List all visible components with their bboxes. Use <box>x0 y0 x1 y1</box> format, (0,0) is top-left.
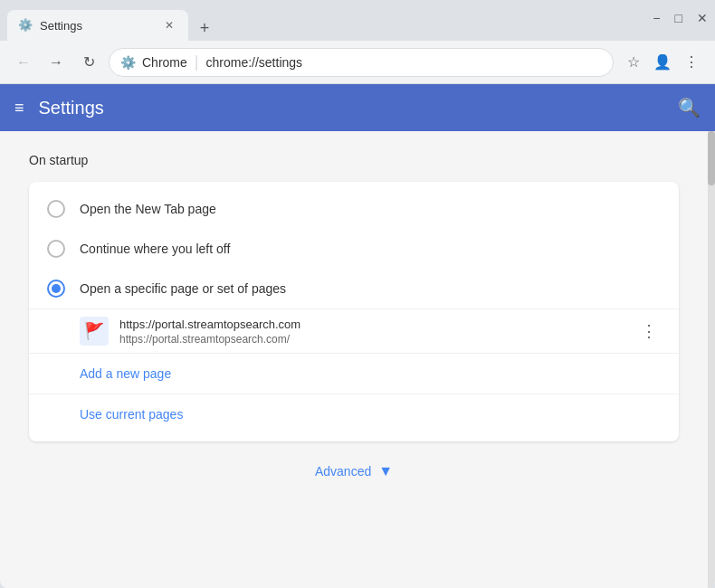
menu-button[interactable]: ⋮ <box>679 50 704 75</box>
settings-title: Settings <box>39 98 104 119</box>
refresh-button[interactable]: ↻ <box>76 50 101 75</box>
scrollbar[interactable] <box>708 131 715 588</box>
page-url-sub: https://portal.streamtopsearch.com/ <box>119 333 626 346</box>
minimize-button[interactable]: − <box>653 11 660 25</box>
tab-bar: ⚙️ Settings ✕ + <box>7 10 217 41</box>
settings-header-left: ≡ Settings <box>14 98 104 119</box>
main-content: dk On startup Open the New Tab page Cont… <box>0 131 715 588</box>
startup-page-entry: 🚩 https://portal.streamtopsearch.com htt… <box>29 308 679 353</box>
hamburger-menu-button[interactable]: ≡ <box>14 99 24 118</box>
open-new-tab-option[interactable]: Open the New Tab page <box>29 189 679 229</box>
back-button[interactable]: ← <box>11 50 36 75</box>
use-current-pages-link[interactable]: Use current pages <box>29 394 679 434</box>
settings-tab[interactable]: ⚙️ Settings ✕ <box>7 10 188 41</box>
add-new-page-link[interactable]: Add a new page <box>29 353 679 394</box>
window-controls: − □ ✕ <box>653 11 708 25</box>
continue-where-option[interactable]: Continue where you left off <box>29 229 679 269</box>
open-specific-label: Open a specific page or set of pages <box>80 281 286 296</box>
advanced-arrow-icon: ▼ <box>378 463 393 479</box>
omnibox-site-label: Chrome <box>142 55 187 70</box>
browser-window: ⚙️ Settings ✕ + − □ ✕ ← → ↻ ⚙️ Chrome | … <box>0 0 715 588</box>
page-menu-button[interactable]: ⋮ <box>637 318 661 345</box>
open-specific-option[interactable]: Open a specific page or set of pages <box>29 269 679 308</box>
bookmark-button[interactable]: ☆ <box>621 50 646 75</box>
new-tab-button[interactable]: + <box>192 15 217 41</box>
tab-close-button[interactable]: ✕ <box>161 17 177 33</box>
omnibox-url: chrome://settings <box>205 55 302 70</box>
toolbar-actions: ☆ 👤 ⋮ <box>621 50 704 75</box>
profile-button[interactable]: 👤 <box>650 50 675 75</box>
toolbar: ← → ↻ ⚙️ Chrome | chrome://settings ☆ 👤 … <box>0 41 715 84</box>
favicon-icon: 🚩 <box>84 321 104 341</box>
settings-search-button[interactable]: 🔍 <box>678 97 701 119</box>
content-area: dk On startup Open the New Tab page Cont… <box>0 131 708 588</box>
on-startup-title: On startup <box>29 153 679 167</box>
page-info: https://portal.streamtopsearch.com https… <box>119 318 626 346</box>
maximize-button[interactable]: □ <box>675 11 682 25</box>
continue-where-radio[interactable] <box>47 240 65 258</box>
scrollbar-thumb[interactable] <box>708 131 715 185</box>
open-specific-radio[interactable] <box>47 280 65 298</box>
page-url-title: https://portal.streamtopsearch.com <box>119 318 626 331</box>
startup-options-card: Open the New Tab page Continue where you… <box>29 182 679 441</box>
open-new-tab-label: Open the New Tab page <box>80 202 216 216</box>
tab-favicon: ⚙️ <box>18 18 33 33</box>
page-favicon: 🚩 <box>80 317 109 346</box>
omnibox-separator: | <box>195 52 199 71</box>
forward-button[interactable]: → <box>43 50 69 75</box>
radio-selected-dot <box>52 284 61 293</box>
open-new-tab-radio[interactable] <box>47 200 65 218</box>
omnibox[interactable]: ⚙️ Chrome | chrome://settings <box>109 48 614 77</box>
tab-label: Settings <box>40 19 82 33</box>
omnibox-favicon-icon: ⚙️ <box>120 55 135 70</box>
continue-where-label: Continue where you left off <box>80 242 230 256</box>
close-button[interactable]: ✕ <box>697 11 708 25</box>
advanced-section[interactable]: Advanced ▼ <box>29 463 679 479</box>
advanced-label: Advanced <box>315 464 371 479</box>
settings-header: ≡ Settings 🔍 <box>0 84 715 131</box>
title-bar: ⚙️ Settings ✕ + − □ ✕ <box>0 0 715 41</box>
